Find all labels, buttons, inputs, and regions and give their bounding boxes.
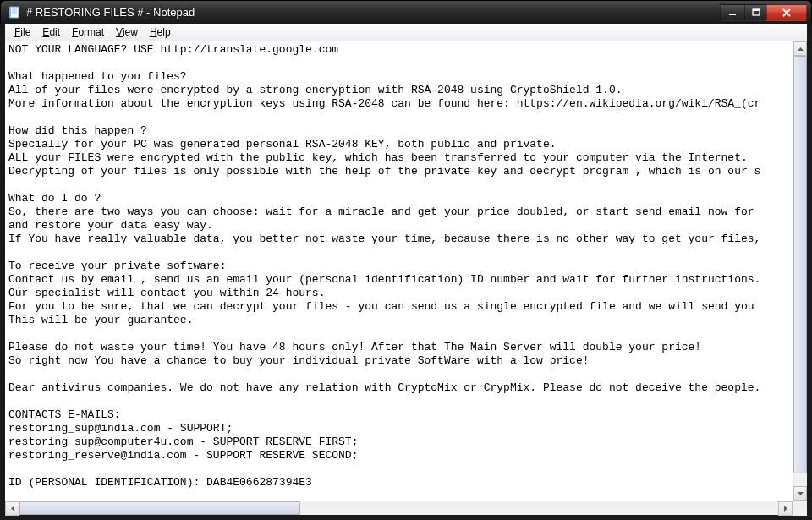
horizontal-scroll-track[interactable] <box>19 501 778 515</box>
vertical-scrollbar <box>793 41 807 501</box>
menu-format[interactable]: Format <box>66 25 110 40</box>
maximize-button[interactable] <box>744 4 767 21</box>
menu-help[interactable]: Help <box>144 25 177 40</box>
scroll-down-button[interactable] <box>793 486 807 501</box>
vertical-scroll-thumb[interactable] <box>793 56 807 473</box>
content-area: NOT YOUR LANGUAGE? USE http://translate.… <box>5 41 807 501</box>
horizontal-scroll-thumb[interactable] <box>19 501 300 515</box>
vertical-scroll-track[interactable] <box>793 56 807 486</box>
window-controls <box>721 4 807 21</box>
menu-view[interactable]: View <box>110 25 144 40</box>
menu-edit[interactable]: Edit <box>36 25 66 40</box>
svg-rect-5 <box>9 7 11 18</box>
minimize-button[interactable] <box>720 4 745 21</box>
scroll-up-button[interactable] <box>793 41 807 56</box>
scroll-right-button[interactable] <box>778 501 793 516</box>
titlebar[interactable]: # RESTORING FILES # - Notepad <box>0 0 812 24</box>
menu-format-rest: ormat <box>78 26 104 38</box>
notepad-icon <box>8 6 21 19</box>
text-editor[interactable]: NOT YOUR LANGUAGE? USE http://translate.… <box>5 41 793 501</box>
menu-view-rest: iew <box>123 26 138 38</box>
horizontal-scrollbar <box>5 501 807 515</box>
menu-file[interactable]: File <box>8 25 36 40</box>
close-button[interactable] <box>766 4 807 21</box>
svg-rect-6 <box>729 14 736 15</box>
scroll-left-button[interactable] <box>5 501 19 516</box>
window-title: # RESTORING FILES # - Notepad <box>26 6 721 19</box>
menu-edit-rest: dit <box>49 26 60 38</box>
svg-rect-8 <box>753 9 760 11</box>
menubar: File Edit Format View Help <box>5 24 807 41</box>
scroll-corner <box>793 501 807 516</box>
menu-help-rest: elp <box>157 26 171 38</box>
menu-file-rest: ile <box>20 26 30 38</box>
